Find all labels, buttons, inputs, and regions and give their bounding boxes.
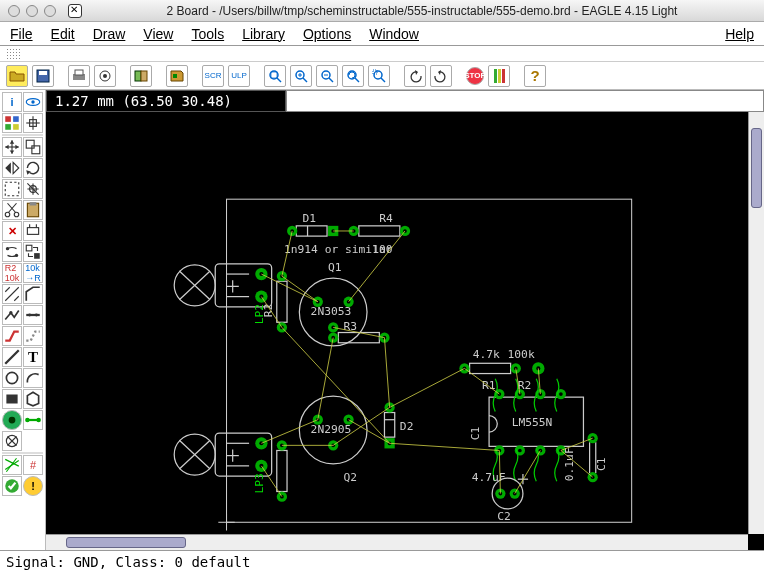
svg-line-13 [303, 78, 307, 82]
svg-rect-39 [32, 146, 40, 154]
polygon-tool[interactable] [23, 389, 43, 409]
menu-edit[interactable]: Edit [51, 26, 75, 42]
delete-tool[interactable]: ✕ [2, 221, 22, 241]
ratsnest-tool[interactable] [2, 455, 22, 475]
svg-line-22 [381, 78, 385, 82]
via-tool[interactable] [2, 410, 22, 430]
svg-rect-47 [30, 202, 37, 205]
svg-line-225 [561, 438, 593, 450]
zoom-in-button[interactable] [290, 65, 312, 87]
svg-line-213 [384, 338, 389, 408]
copy-tool[interactable] [23, 137, 43, 157]
zoom-out-button[interactable] [316, 65, 338, 87]
group-tool[interactable] [2, 179, 22, 199]
smash-tool[interactable] [2, 284, 22, 304]
replace-tool[interactable] [23, 242, 43, 262]
svg-rect-109 [359, 226, 400, 236]
script-button[interactable]: SCR [202, 65, 224, 87]
move-tool[interactable] [2, 137, 22, 157]
display-tool[interactable] [2, 113, 22, 133]
svg-rect-152 [384, 413, 394, 438]
undo-button[interactable] [404, 65, 426, 87]
mark-tool[interactable] [23, 113, 43, 133]
svg-text:100k: 100k [508, 348, 535, 361]
change-tool[interactable] [23, 179, 43, 199]
erc-tool[interactable] [2, 476, 22, 496]
rotate-tool[interactable] [23, 158, 43, 178]
optimize-tool[interactable] [23, 305, 43, 325]
horizontal-scrollbar[interactable] [46, 534, 748, 550]
help-button[interactable]: ? [524, 65, 546, 87]
auto-tool[interactable]: # [23, 455, 43, 475]
menu-library[interactable]: Library [242, 26, 285, 42]
miter-tool[interactable] [23, 284, 43, 304]
svg-point-21 [374, 71, 382, 79]
svg-point-28 [31, 100, 34, 103]
stop-button[interactable]: STOP [466, 67, 484, 85]
minimize-window-button[interactable] [26, 5, 38, 17]
vertical-scrollbar[interactable] [748, 112, 764, 534]
svg-point-175 [518, 449, 522, 453]
zoom-fit-button[interactable] [264, 65, 286, 87]
print-button[interactable] [68, 65, 90, 87]
menu-draw[interactable]: Draw [93, 26, 126, 42]
zoom-select-button[interactable] [368, 65, 390, 87]
show-tool[interactable] [23, 92, 43, 112]
open-button[interactable] [6, 65, 28, 87]
close-window-button[interactable] [8, 5, 20, 17]
menubar: File Edit Draw View Tools Library Option… [0, 22, 764, 46]
menu-window[interactable]: Window [369, 26, 419, 42]
pinswap-tool[interactable] [2, 242, 22, 262]
svg-line-219 [390, 443, 500, 450]
svg-rect-54 [34, 253, 40, 259]
board-schematic-button[interactable] [130, 65, 152, 87]
name-tool[interactable]: 10k→R [23, 263, 43, 283]
cam-button[interactable] [94, 65, 116, 87]
wire-tool[interactable] [2, 347, 22, 367]
menu-view[interactable]: View [143, 26, 173, 42]
svg-rect-101 [296, 226, 327, 236]
svg-line-59 [5, 350, 19, 364]
info-tool[interactable]: i [2, 92, 22, 112]
text-tool[interactable]: T [23, 347, 43, 367]
svg-point-187 [559, 392, 563, 396]
svg-line-212 [318, 338, 333, 420]
go-button[interactable] [488, 65, 510, 87]
svg-rect-25 [498, 69, 501, 83]
board-canvas[interactable]: D1 1n914 or similar R4 100 Q1 2N30 [46, 112, 764, 550]
grid-visible-icon[interactable] [6, 48, 20, 60]
add-tool[interactable] [23, 221, 43, 241]
arc-tool[interactable] [23, 368, 43, 388]
svg-point-57 [28, 314, 31, 317]
hole-tool[interactable] [2, 431, 22, 451]
zoom-redraw-button[interactable] [342, 65, 364, 87]
menu-tools[interactable]: Tools [191, 26, 224, 42]
lock-tool[interactable]: R210k [2, 263, 22, 283]
svg-rect-40 [5, 182, 19, 196]
command-input[interactable] [286, 90, 764, 112]
errors-tool[interactable]: ! [23, 476, 43, 496]
cut-tool[interactable] [2, 200, 22, 220]
save-button[interactable] [32, 65, 54, 87]
redo-button[interactable] [430, 65, 452, 87]
paste-tool[interactable] [23, 200, 43, 220]
route-tool[interactable] [2, 326, 22, 346]
menu-file[interactable]: File [10, 26, 33, 42]
svg-line-215 [261, 420, 317, 444]
mirror-tool[interactable] [2, 158, 22, 178]
signal-tool[interactable] [23, 410, 43, 430]
coordinate-row: 1.27 mm (63.50 30.48) [46, 90, 764, 112]
ulp-button[interactable]: ULP [228, 65, 250, 87]
library-button[interactable] [166, 65, 188, 87]
document-close-button[interactable] [68, 4, 82, 18]
menu-help[interactable]: Help [725, 26, 754, 42]
zoom-window-button[interactable] [44, 5, 56, 17]
svg-line-17 [329, 78, 333, 82]
rect-tool[interactable] [2, 389, 22, 409]
svg-text:C1: C1 [469, 426, 482, 440]
svg-point-65 [36, 418, 41, 423]
ripup-tool[interactable] [23, 326, 43, 346]
split-tool[interactable] [2, 305, 22, 325]
circle-tool[interactable] [2, 368, 22, 388]
menu-options[interactable]: Options [303, 26, 351, 42]
